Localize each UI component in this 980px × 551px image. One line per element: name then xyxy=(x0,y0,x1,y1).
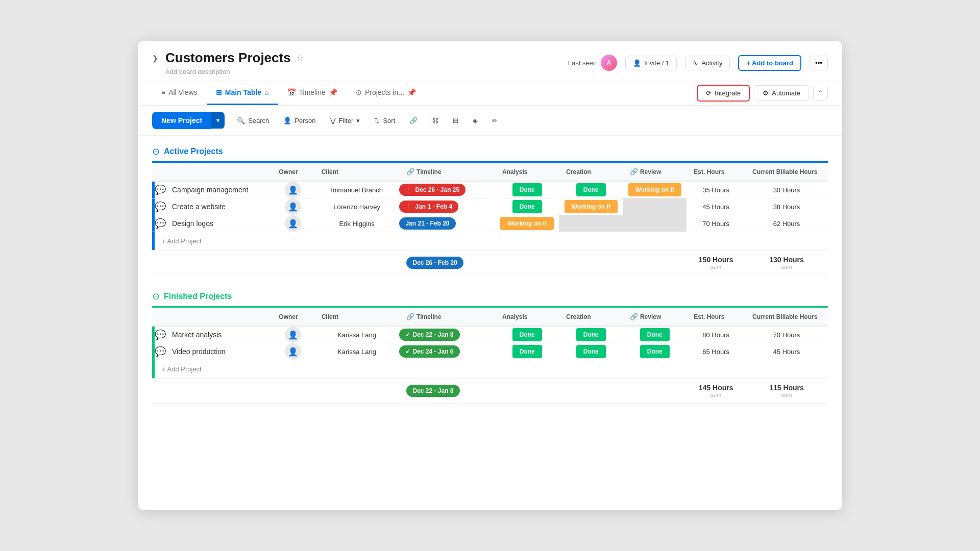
timeline-f2[interactable]: ✓ Dec 24 - Jan 6 xyxy=(399,343,495,360)
comment-icon-1[interactable]: 💬 xyxy=(155,184,166,195)
analysis-1[interactable]: Done xyxy=(495,181,559,198)
finished-projects-body: 💬 Market analysis 👤 Karissa Lang xyxy=(152,326,828,404)
header-left: ❯ Customers Projects ☆ Add board descrip… xyxy=(152,50,304,76)
comment-icon-3[interactable]: 💬 xyxy=(155,218,166,229)
finished-group-collapse-icon[interactable]: ⊙ xyxy=(152,291,160,302)
review-1[interactable]: Working on it xyxy=(623,181,687,198)
new-project-button-group: New Project ▾ xyxy=(152,112,225,129)
client-f1: Karissa Lang xyxy=(314,326,400,343)
paint-button[interactable]: ✏ xyxy=(486,113,504,128)
active-group-collapse-icon[interactable]: ⊙ xyxy=(152,146,160,157)
comment-icon-f2[interactable]: 💬 xyxy=(155,346,166,357)
analysis-f2[interactable]: Done xyxy=(495,343,559,360)
project-name-f2[interactable]: 💬 Video production xyxy=(155,343,272,360)
creation-f2[interactable]: Done xyxy=(559,343,623,360)
est-hours-3: 70 Hours xyxy=(687,215,745,232)
person-button[interactable]: 👤 Person xyxy=(277,113,322,128)
timeline-3[interactable]: Jan 21 - Feb 20 xyxy=(399,215,495,232)
integrate-button[interactable]: ⟳ Integrate xyxy=(697,85,750,102)
group-icon: ⊟ xyxy=(453,117,458,124)
sort-button[interactable]: ⇅ Sort xyxy=(368,113,401,128)
th-creation-active: Creation xyxy=(559,162,623,182)
header-title: ❯ Customers Projects ☆ xyxy=(152,50,304,66)
star-icon[interactable]: ☆ xyxy=(296,53,304,64)
board-description[interactable]: Add board description xyxy=(152,68,304,76)
active-group-title: Active Projects xyxy=(164,147,223,156)
active-timeline-summary-row: Dec 26 - Feb 20 150 Hours sum 130 Hours … xyxy=(152,251,828,276)
th-owner-active: Owner xyxy=(272,162,314,182)
th-owner-finished: Owner xyxy=(272,307,314,327)
analysis-2[interactable]: Done xyxy=(495,198,559,215)
dropdown-arrow-icon: ▾ xyxy=(216,117,219,124)
search-button[interactable]: 🔍 Search xyxy=(231,113,275,128)
owner-3[interactable]: 👤 xyxy=(272,215,314,232)
project-name-f1[interactable]: 💬 Market analysis xyxy=(155,326,272,343)
owner-f2[interactable]: 👤 xyxy=(272,343,314,360)
tab-main-table[interactable]: ⊞ Main Table ⌂ xyxy=(207,81,278,105)
main-table-home-icon: ⌂ xyxy=(264,88,268,96)
filter-button[interactable]: ⋁ Filter ▾ xyxy=(324,113,366,128)
timeline-1[interactable]: ❗ Dec 26 - Jan 25 xyxy=(399,181,495,198)
review-f1[interactable]: Done xyxy=(623,326,687,343)
finished-group-header: ⊙ Finished Projects xyxy=(152,291,828,302)
timeline-f1[interactable]: ✓ Dec 22 - Jan 8 xyxy=(399,326,495,343)
timeline-badge-f1: ✓ Dec 22 - Jan 8 xyxy=(399,329,459,341)
add-finished-project-row[interactable]: + Add Project xyxy=(152,360,828,379)
automate-button[interactable]: ⚙ Automate xyxy=(754,85,809,101)
add-to-board-button[interactable]: + Add to board xyxy=(738,55,801,71)
timeline-2[interactable]: ❗ Jan 1 - Feb 4 xyxy=(399,198,495,215)
timeline-badge-2: ❗ Jan 1 - Feb 4 xyxy=(399,201,458,213)
review-f2[interactable]: Done xyxy=(623,343,687,360)
link-icon: 🔗 xyxy=(409,117,418,124)
last-seen-label: Last seen xyxy=(568,59,597,67)
tabs-bar: ≡ All Views ⊞ Main Table ⌂ 📅 Timeline 📌 … xyxy=(138,81,842,106)
tab-projects-in[interactable]: ⊙ Projects in... 📌 xyxy=(347,81,425,105)
est-hours-f1: 80 Hours xyxy=(687,326,745,343)
finished-table-header: Owner Client 🔗 Timeline Analysis Creatio… xyxy=(152,307,828,327)
header-right: Last seen A 👤 Invite / 1 ∿ Activity + Ad… xyxy=(568,55,828,71)
project-name-1[interactable]: 💬 Campaign management xyxy=(155,181,272,198)
billable-hours-1: 30 Hours xyxy=(745,181,828,198)
activity-button[interactable]: ∿ Activity xyxy=(685,56,730,70)
project-name-2[interactable]: 💬 Create a website xyxy=(155,198,272,215)
creation-badge-1: Done xyxy=(576,183,606,196)
project-name-3[interactable]: 💬 Design logos xyxy=(155,215,272,232)
table-row: 💬 Create a website 👤 Lorenzo Harvey xyxy=(152,198,828,215)
timeline-pin-icon: 📌 xyxy=(329,88,337,96)
creation-1[interactable]: Done xyxy=(559,181,623,198)
billable-hours-2: 38 Hours xyxy=(745,198,828,215)
board-title: Customers Projects xyxy=(165,50,291,66)
add-active-project-label[interactable]: + Add Project xyxy=(155,232,828,251)
creation-2[interactable]: Working on it xyxy=(559,198,623,215)
add-active-project-row[interactable]: + Add Project xyxy=(152,232,828,251)
more-options-button[interactable]: ••• xyxy=(810,56,828,70)
owner-f1[interactable]: 👤 xyxy=(272,326,314,343)
analysis-badge-3: Working on it xyxy=(500,217,553,230)
collapse-sidebar-btn[interactable]: ❯ xyxy=(152,54,158,62)
embed-button[interactable]: ⛓ xyxy=(426,113,445,128)
analysis-badge-1: Done xyxy=(512,183,542,196)
owner-1[interactable]: 👤 xyxy=(272,181,314,198)
chevron-up-icon: ⌃ xyxy=(818,89,823,97)
creation-f1[interactable]: Done xyxy=(559,326,623,343)
new-project-main-button[interactable]: New Project xyxy=(152,112,211,129)
active-table-header: Owner Client 🔗 Timeline Analysis Creatio… xyxy=(152,162,828,182)
comment-icon-f1[interactable]: 💬 xyxy=(155,329,166,340)
link-button[interactable]: 🔗 xyxy=(403,113,424,128)
comment-icon-2[interactable]: 💬 xyxy=(155,201,166,212)
analysis-3[interactable]: Working on it xyxy=(495,215,559,232)
new-project-dropdown-button[interactable]: ▾ xyxy=(211,112,225,129)
creation-badge-f1: Done xyxy=(576,328,606,341)
owner-2[interactable]: 👤 xyxy=(272,198,314,215)
tab-all-views[interactable]: ≡ All Views xyxy=(152,81,207,105)
color-button[interactable]: ◈ xyxy=(467,113,484,128)
group-button[interactable]: ⊟ xyxy=(447,113,464,128)
analysis-f1[interactable]: Done xyxy=(495,326,559,343)
invite-button[interactable]: 👤 Invite / 1 xyxy=(625,56,677,70)
person-icon: 👤 xyxy=(633,59,641,67)
exclamation-icon-1: ❗ xyxy=(405,186,413,193)
tab-timeline[interactable]: 📅 Timeline 📌 xyxy=(278,81,347,105)
finished-projects-group: ⊙ Finished Projects Owner Client 🔗 Timel… xyxy=(152,291,828,404)
add-finished-project-label[interactable]: + Add Project xyxy=(155,360,828,379)
collapse-tabs-button[interactable]: ⌃ xyxy=(813,86,828,101)
